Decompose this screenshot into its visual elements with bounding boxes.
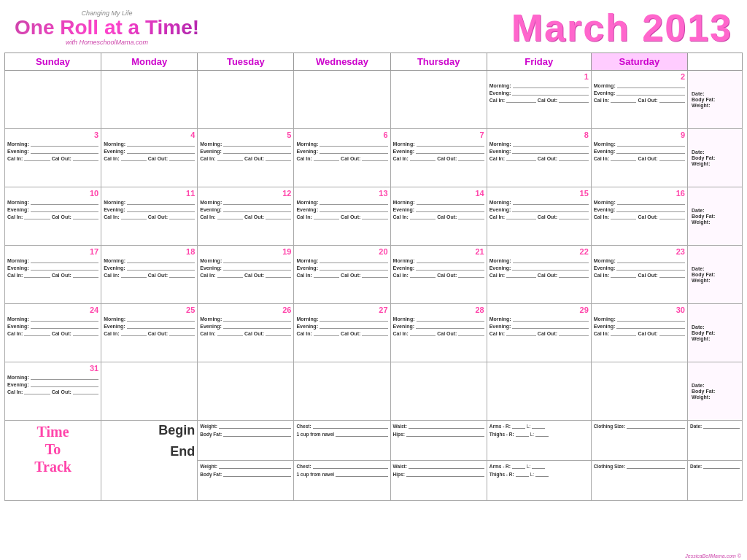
- header-wednesday: Wednesday: [294, 53, 390, 71]
- day-1-calories: Cal In: Cal Out:: [489, 97, 589, 103]
- day-1-evening: Evening:: [489, 90, 589, 96]
- week2-sidebar: Date: Body Fat: Weight:: [688, 129, 743, 187]
- measure-arms-cell-1: Arms - R: L: Thighs - R: L:: [487, 421, 591, 461]
- time-track-label: TimeToTrack: [7, 423, 98, 475]
- week6-sun: 31 Morning: Evening: Cal In:Cal Out:: [5, 362, 101, 421]
- measure-waist-cell-2: Waist: Hips:: [390, 461, 487, 501]
- calendar-header-row: Sunday Monday Tuesday Wednesday Thursday…: [5, 53, 743, 71]
- week5-mon: 25 Morning: Evening: Cal In:Cal Out:: [101, 304, 198, 362]
- week3-thu: 14 Morning: Evening: Cal In:Cal Out:: [390, 187, 487, 246]
- week2-row: 3 Morning: Evening: Cal In:Cal Out: 4 Mo…: [5, 129, 743, 187]
- measure-weight-cell-1: Weight: Body Fat:: [198, 421, 294, 461]
- month-title: March 2013: [511, 6, 732, 50]
- week5-tue: 26 Morning: Evening: Cal In:Cal Out:: [198, 304, 294, 362]
- week1-fri: 1 Morning: Evening: Cal In:: [487, 71, 591, 129]
- week1-thu: [390, 71, 487, 129]
- bottom-row-1: TimeToTrack Begin End Weight: Body Fat:: [5, 421, 743, 461]
- week3-fri: 15 Morning: Evening: Cal In:Cal Out:: [487, 187, 591, 246]
- week6-thu: [390, 362, 487, 421]
- week3-sat: 16 Morning: Evening: Cal In:Cal Out:: [591, 187, 687, 246]
- footer-credit: JessicaBellMama.com ©: [0, 553, 747, 560]
- header-sunday: Sunday: [5, 53, 101, 71]
- week5-wed: 27 Morning: Evening: Cal In:Cal Out:: [294, 304, 390, 362]
- begin-end-cell: Begin End: [101, 421, 198, 501]
- week4-sun: 17 Morning: Evening: Cal In:Cal Out:: [5, 246, 101, 304]
- time-track-cell: TimeToTrack: [5, 421, 101, 501]
- week6-fri: [487, 362, 591, 421]
- header-sidebar: [688, 53, 743, 71]
- page: Changing My Life One Roll at a Time! wit…: [0, 0, 747, 560]
- week3-tue: 12 Morning: Evening: Cal In:Cal Out:: [198, 187, 294, 246]
- week1-sidebar: Date: Body Fat: Weight:: [688, 71, 743, 129]
- sidebar-week1: Date: Body Fat: Weight:: [690, 90, 740, 110]
- week4-mon: 18 Morning: Evening: Cal In:Cal Out:: [101, 246, 198, 304]
- measure-clothing-cell-2: Clothing Size:: [591, 461, 687, 501]
- measure-waist-cell-1: Waist: Hips:: [390, 421, 487, 461]
- calendar-table: Sunday Monday Tuesday Wednesday Thursday…: [4, 52, 743, 501]
- week6-mon: [101, 362, 198, 421]
- measure-date-cell-1: Date:: [688, 421, 743, 461]
- measure-arms-cell-2: Arms - R: L: Thighs - R: L:: [487, 461, 591, 501]
- week4-tue: 19 Morning: Evening: Cal In:Cal Out:: [198, 246, 294, 304]
- week4-thu: 21 Morning: Evening: Cal In:Cal Out:: [390, 246, 487, 304]
- week5-row: 24 Morning: Evening: Cal In:Cal Out: 25 …: [5, 304, 743, 362]
- measure-chest-cell-2: Chest: 1 cup from navel: [294, 461, 390, 501]
- day-2-number: 2: [681, 72, 685, 81]
- logo-title: One Roll at a Time!: [15, 17, 199, 39]
- measure-weight-cell-2: Weight: Body Fat:: [198, 461, 294, 501]
- header-thursday: Thursday: [390, 53, 487, 71]
- week3-sun: 10 Morning: Evening: Cal In:Cal Out:: [5, 187, 101, 246]
- week5-sun: 24 Morning: Evening: Cal In:Cal Out:: [5, 304, 101, 362]
- week6-wed: [294, 362, 390, 421]
- measure-clothing-cell-1: Clothing Size:: [591, 421, 687, 461]
- week5-thu: 28 Morning: Evening: Cal In:Cal Out:: [390, 304, 487, 362]
- evening-line: [512, 90, 589, 96]
- week5-fri: 29 Morning: Evening: Cal In:Cal Out:: [487, 304, 591, 362]
- week2-fri: 8 Morning: Evening: Cal In:Cal Out:: [487, 129, 591, 187]
- week6-row: 31 Morning: Evening: Cal In:Cal Out:: [5, 362, 743, 421]
- week4-row: 17 Morning: Evening: Cal In:Cal Out: 18 …: [5, 246, 743, 304]
- week1-sun: [5, 71, 101, 129]
- week1-sat: 2 Morning: Evening: Cal In:: [591, 71, 687, 129]
- end-label: End: [104, 444, 195, 459]
- header-tuesday: Tuesday: [198, 53, 294, 71]
- week2-tue: 5 Morning: Evening: Cal In:Cal Out:: [198, 129, 294, 187]
- footer-credit-text: JessicaBellMama.com ©: [685, 553, 741, 559]
- week3-sidebar: Date: Body Fat: Weight:: [688, 187, 743, 246]
- week3-wed: 13 Morning: Evening: Cal In:Cal Out:: [294, 187, 390, 246]
- header-monday: Monday: [101, 53, 198, 71]
- week3-row: 10 Morning: Evening: Cal In:Cal Out: 11 …: [5, 187, 743, 246]
- morning-line: [513, 82, 589, 88]
- morning-label: Morning:: [489, 83, 511, 88]
- week2-sun: 3 Morning: Evening: Cal In:Cal Out:: [5, 129, 101, 187]
- week5-sidebar: Date: Body Fat: Weight:: [688, 304, 743, 362]
- week6-sat: [591, 362, 687, 421]
- day-1-morning: Morning:: [489, 82, 589, 88]
- evening-label: Evening:: [489, 90, 511, 96]
- week2-wed: 6 Morning: Evening: Cal In:Cal Out:: [294, 129, 390, 187]
- week5-sat: 30 Morning: Evening: Cal In:Cal Out:: [591, 304, 687, 362]
- week1-tue: [198, 71, 294, 129]
- logo-sub: with HomeschoolMama.com: [66, 39, 148, 46]
- week3-mon: 11 Morning: Evening: Cal In:Cal Out:: [101, 187, 198, 246]
- day-1-number: 1: [584, 72, 589, 81]
- header-friday: Friday: [487, 53, 591, 71]
- week2-sat: 9 Morning: Evening: Cal In:Cal Out:: [591, 129, 687, 187]
- week6-tue: [198, 362, 294, 421]
- day-3-number: 3: [94, 131, 98, 139]
- measure-chest-cell-1: Chest: 1 cup from navel: [294, 421, 390, 461]
- header-saturday: Saturday: [591, 53, 687, 71]
- week4-sat: 23 Morning: Evening: Cal In:Cal Out:: [591, 246, 687, 304]
- measure-date-cell-2: Date:: [688, 461, 743, 501]
- week6-sidebar: Date: Body Fat: Weight:: [688, 362, 743, 421]
- week2-mon: 4 Morning: Evening: Cal In:Cal Out:: [101, 129, 198, 187]
- week1-wed: [294, 71, 390, 129]
- week1-row: 1 Morning: Evening: Cal In:: [5, 71, 743, 129]
- week1-mon: [101, 71, 198, 129]
- week4-wed: 20 Morning: Evening: Cal In:Cal Out:: [294, 246, 390, 304]
- header: Changing My Life One Roll at a Time! wit…: [0, 0, 747, 52]
- begin-label: Begin: [104, 423, 195, 438]
- week2-thu: 7 Morning: Evening: Cal In:Cal Out:: [390, 129, 487, 187]
- week4-fri: 22 Morning: Evening: Cal In:Cal Out:: [487, 246, 591, 304]
- calendar-wrapper: Sunday Monday Tuesday Wednesday Thursday…: [0, 52, 747, 553]
